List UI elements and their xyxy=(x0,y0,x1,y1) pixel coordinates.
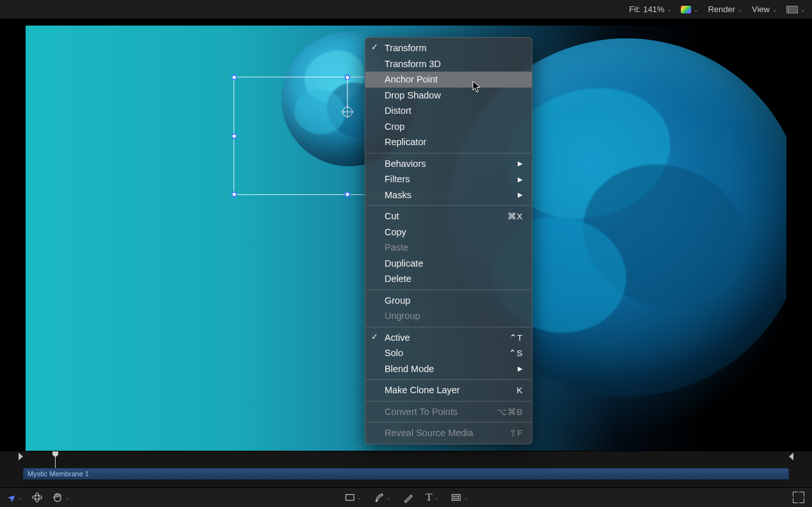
zoom-to-fit-button[interactable] xyxy=(793,492,804,503)
menu-item-label: Solo xyxy=(385,348,403,358)
3d-orbit-icon xyxy=(31,492,43,503)
menu-item-copy[interactable]: Copy xyxy=(365,224,532,240)
menu-item-label: Group xyxy=(385,295,410,306)
menu-item-convert-to-points: Convert To Points⌥⌘B xyxy=(365,404,532,420)
color-channels-selector[interactable]: ⌄ xyxy=(681,6,699,13)
fit-zoom-selector[interactable]: Fit: 141% ⌄ xyxy=(629,4,672,14)
rectangle-icon xyxy=(344,492,355,503)
chevron-down-icon: ⌄ xyxy=(772,6,777,13)
render-menu[interactable]: Render ⌄ xyxy=(708,4,743,14)
menu-item-solo[interactable]: Solo⌃S xyxy=(365,345,532,361)
submenu-arrow-icon: ▶ xyxy=(518,176,523,183)
menu-item-replicator[interactable]: Replicator xyxy=(365,134,532,150)
resize-handle-bm[interactable] xyxy=(344,192,350,198)
menu-item-active[interactable]: ✓Active⌃T xyxy=(365,330,532,346)
chevron-down-icon: ⌄ xyxy=(694,6,699,13)
chevron-down-icon: ⌄ xyxy=(386,495,391,501)
chevron-down-icon: ⌄ xyxy=(667,6,672,13)
menu-separator xyxy=(366,153,531,153)
color-swatch-icon xyxy=(681,6,691,13)
menu-item-label: Anchor Point xyxy=(385,74,438,84)
menu-item-group[interactable]: Group xyxy=(365,293,532,309)
bottom-toolbar: ➤ ⌄ ⌄ ⌄ ⌄ xyxy=(0,487,812,507)
menu-item-masks[interactable]: Masks▶ xyxy=(365,187,532,203)
chevron-down-icon: ⌄ xyxy=(357,495,362,501)
chevron-down-icon: ⌄ xyxy=(65,495,70,501)
menu-shortcut: ⇧F xyxy=(509,428,523,438)
text-tool[interactable]: T ⌄ xyxy=(426,491,438,504)
menu-item-label: Masks xyxy=(385,190,411,200)
resize-handle-tl[interactable] xyxy=(232,75,237,81)
view-layout-selector[interactable]: ⌄ xyxy=(786,6,806,13)
submenu-arrow-icon: ▶ xyxy=(518,365,523,372)
menu-item-label: Drop Shadow xyxy=(385,90,441,100)
menu-item-anchor-point[interactable]: Anchor Point xyxy=(365,72,532,88)
menu-item-label: Crop xyxy=(385,121,404,132)
menu-item-paste: Paste xyxy=(365,240,532,256)
svg-rect-4 xyxy=(452,495,460,501)
menu-separator xyxy=(366,205,531,206)
fit-label: Fit: xyxy=(629,4,641,14)
chevron-down-icon: ⌄ xyxy=(800,6,806,13)
menu-item-behaviors[interactable]: Behaviors▶ xyxy=(365,156,532,172)
menu-item-label: Paste xyxy=(385,242,408,253)
menu-shortcut: ⌃T xyxy=(509,332,523,343)
menu-separator xyxy=(366,379,531,380)
menu-separator xyxy=(366,327,531,327)
menu-item-label: Cut xyxy=(385,211,399,221)
menu-item-label: Convert To Points xyxy=(385,407,458,417)
top-toolbar: Fit: 141% ⌄ ⌄ Render ⌄ View ⌄ ⌄ xyxy=(0,0,812,19)
menu-item-drop-shadow[interactable]: Drop Shadow xyxy=(365,88,532,104)
view-menu[interactable]: View ⌄ xyxy=(752,4,777,14)
menu-item-duplicate[interactable]: Duplicate xyxy=(365,256,532,272)
timeline-clip[interactable]: Mystic Membrane 1 xyxy=(23,468,789,480)
chevron-down-icon: ⌄ xyxy=(738,6,743,13)
menu-item-label: Distort xyxy=(385,105,411,116)
timeline-ruler[interactable] xyxy=(0,451,812,463)
menu-item-label: Reveal Source Media xyxy=(385,428,474,438)
menu-item-ungroup: Ungroup xyxy=(365,308,532,324)
menu-shortcut: ⌥⌘B xyxy=(497,407,523,417)
clip-name: Mystic Membrane 1 xyxy=(28,470,89,478)
mini-timeline[interactable]: Mystic Membrane 1 xyxy=(0,451,812,487)
menu-item-transform-3d[interactable]: Transform 3D xyxy=(365,56,532,72)
svg-point-1 xyxy=(35,493,39,502)
menu-item-distort[interactable]: Distort xyxy=(365,103,532,119)
menu-separator xyxy=(366,290,531,290)
menu-item-make-clone-layer[interactable]: Make Clone LayerK xyxy=(365,382,532,398)
menu-item-delete[interactable]: Delete xyxy=(365,271,532,287)
3d-transform-tool[interactable] xyxy=(31,492,43,503)
pan-tool[interactable]: ⌄ xyxy=(52,492,70,503)
svg-rect-5 xyxy=(454,496,458,499)
pen-tool[interactable]: ⌄ xyxy=(373,492,391,503)
menu-item-label: Ungroup xyxy=(385,311,420,321)
menu-item-cut[interactable]: Cut⌘X xyxy=(365,208,532,224)
mask-tool[interactable]: ⌄ xyxy=(450,492,468,503)
menu-separator xyxy=(366,401,531,402)
submenu-arrow-icon: ▶ xyxy=(518,160,523,167)
menu-shortcut: K xyxy=(516,386,523,395)
resize-handle-ml[interactable] xyxy=(232,133,237,139)
menu-item-transform[interactable]: ✓Transform xyxy=(365,40,532,56)
menu-item-crop[interactable]: Crop xyxy=(365,119,532,135)
menu-separator xyxy=(366,422,531,423)
pen-icon xyxy=(373,492,385,503)
svg-rect-2 xyxy=(346,495,354,501)
menu-item-label: Blend Mode xyxy=(385,364,434,374)
resize-handle-bl[interactable] xyxy=(232,192,237,198)
chevron-down-icon: ⌄ xyxy=(464,495,468,501)
svg-point-0 xyxy=(33,495,42,499)
menu-shortcut: ⌃S xyxy=(509,348,523,358)
paint-stroke-tool[interactable] xyxy=(402,492,414,503)
render-label: Render xyxy=(708,4,735,14)
menu-item-label: Replicator xyxy=(385,137,426,147)
menu-item-filters[interactable]: Filters▶ xyxy=(365,171,532,187)
menu-item-label: Filters xyxy=(385,174,410,184)
menu-item-blend-mode[interactable]: Blend Mode▶ xyxy=(365,361,532,377)
select-tool[interactable]: ➤ ⌄ xyxy=(8,492,22,504)
context-menu[interactable]: ✓TransformTransform 3DAnchor PointDrop S… xyxy=(365,37,532,444)
menu-item-label: Delete xyxy=(385,274,411,284)
submenu-arrow-icon: ▶ xyxy=(518,191,523,198)
check-icon: ✓ xyxy=(371,42,378,52)
rectangle-tool[interactable]: ⌄ xyxy=(344,492,362,503)
